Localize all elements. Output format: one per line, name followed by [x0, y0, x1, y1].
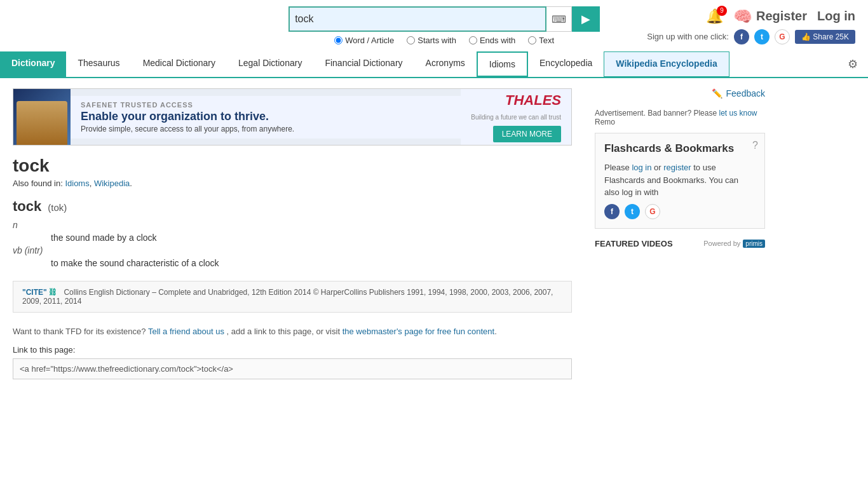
- let-us-know-link[interactable]: let us know: [719, 109, 757, 118]
- search-row: ⌨ ▶: [288, 6, 600, 32]
- flashcard-g-icon[interactable]: G: [645, 204, 660, 219]
- content-area: SAFENET TRUSTED ACCESS Enable your organ…: [0, 78, 585, 390]
- brain-icon: 🧠: [733, 8, 752, 25]
- ad-tagline: Building a future we can all trust: [471, 114, 561, 121]
- ad-body: SAFENET TRUSTED ACCESS Enable your organ…: [71, 96, 461, 139]
- ad-notice: Advertisement. Bad banner? Please let us…: [595, 109, 765, 126]
- flashcard-tw-icon[interactable]: t: [625, 204, 640, 219]
- twitter-icon[interactable]: t: [754, 29, 770, 44]
- radio-row: Word / Article Starts with Ends with Tex…: [334, 36, 554, 45]
- share-button[interactable]: 👍 Share 25K: [795, 30, 855, 44]
- radio-ends-with[interactable]: Ends with: [469, 36, 515, 45]
- citation-box: "CITE" ⛓ Collins English Dictionary – Co…: [13, 281, 572, 313]
- keyboard-button[interactable]: ⌨: [546, 6, 572, 32]
- learn-more-button[interactable]: LEARN MORE: [493, 126, 561, 142]
- featured-videos-label: FEATURED VIDEOS: [595, 239, 673, 248]
- tab-financial-dictionary[interactable]: Financial Dictionary: [313, 51, 414, 77]
- primis-logo: Powered by primis: [703, 240, 765, 248]
- flashcard-social-icons: f t G: [604, 204, 756, 219]
- word-phonetic-text: tock: [13, 198, 41, 215]
- auth-bottom: Sign up with one click: f t G 👍 Share 25…: [647, 29, 855, 44]
- tab-encyclopedia[interactable]: Encyclopedia: [528, 51, 604, 77]
- share-icon: 👍: [801, 32, 811, 41]
- link-to-page-label: Link to this page:: [13, 345, 572, 355]
- definition-block: tock (tok) n the sound made by a clock v…: [13, 198, 572, 268]
- word-phonetic: tock (tok): [13, 198, 572, 215]
- flashcard-fb-icon[interactable]: f: [604, 204, 620, 219]
- pos-verb: vb (intr): [13, 245, 572, 255]
- ad-banner[interactable]: SAFENET TRUSTED ACCESS Enable your organ…: [13, 88, 572, 146]
- word-pronunciation: (tok): [48, 202, 67, 213]
- bell-icon[interactable]: 🔔 9: [706, 8, 723, 25]
- link-input[interactable]: [13, 358, 572, 379]
- idioms-link[interactable]: Idioms: [65, 179, 89, 188]
- top-bar: ⌨ ▶ Word / Article Starts with Ends with…: [0, 0, 868, 51]
- settings-button[interactable]: ⚙: [837, 51, 868, 77]
- auth-top: 🔔 9 🧠 Register Log in: [706, 8, 855, 25]
- google-icon[interactable]: G: [775, 29, 790, 44]
- signup-text: Sign up with one click:: [647, 32, 729, 41]
- tell-friend-link[interactable]: Tell a friend about us: [148, 327, 224, 336]
- tab-acronyms[interactable]: Acronyms: [414, 51, 477, 77]
- also-found: Also found in: Idioms, Wikipedia.: [13, 179, 572, 188]
- nav-wrapper: Dictionary Thesaurus Medical Dictionary …: [0, 51, 868, 78]
- sidebar: ✏️ Feedback Advertisement. Bad banner? P…: [585, 78, 775, 390]
- main-content: SAFENET TRUSTED ACCESS Enable your organ…: [0, 78, 868, 390]
- ad-brand: SAFENET TRUSTED ACCESS: [81, 101, 451, 109]
- cite-chain-icon: ⛓: [49, 288, 57, 297]
- cite-link[interactable]: "CITE" ⛓: [22, 288, 58, 297]
- flashcard-text: Please log in or register to use Flashca…: [604, 161, 756, 199]
- def-verb-text: to make the sound characteristic of a cl…: [13, 258, 572, 268]
- radio-starts-with[interactable]: Starts with: [407, 36, 456, 45]
- facebook-icon[interactable]: f: [734, 29, 749, 44]
- search-input[interactable]: [288, 6, 546, 32]
- search-section: ⌨ ▶ Word / Article Starts with Ends with…: [127, 6, 647, 45]
- thales-logo: THALES: [505, 92, 561, 109]
- feedback-link[interactable]: ✏️ Feedback: [595, 88, 765, 98]
- auth-section: 🔔 9 🧠 Register Log in Sign up with one c…: [647, 8, 855, 44]
- tab-medical-dictionary[interactable]: Medical Dictionary: [132, 51, 227, 77]
- ad-right: THALES Building a future we can all trus…: [461, 88, 571, 146]
- flashcard-register-link[interactable]: register: [663, 163, 691, 172]
- word-title: tock: [13, 156, 572, 176]
- flashcard-box: ? Flashcards & Bookmarks Please log in o…: [595, 133, 765, 229]
- login-button[interactable]: Log in: [817, 9, 855, 24]
- tab-thesaurus[interactable]: Thesaurus: [66, 51, 131, 77]
- radio-text[interactable]: Text: [528, 36, 554, 45]
- tab-legal-dictionary[interactable]: Legal Dictionary: [227, 51, 313, 77]
- help-icon[interactable]: ?: [752, 140, 758, 151]
- primis-badge: primis: [743, 240, 765, 248]
- tab-dictionary[interactable]: Dictionary: [0, 51, 66, 77]
- register-button[interactable]: 🧠 Register: [733, 8, 807, 25]
- footer-text: Want to thank TFD for its existence? Tel…: [13, 325, 572, 339]
- wikipedia-link[interactable]: Wikipedia: [94, 179, 130, 188]
- ad-subtitle: Provide simple, secure access to all you…: [81, 125, 451, 133]
- flashcard-login-link[interactable]: log in: [632, 163, 651, 172]
- featured-videos-bar: FEATURED VIDEOS Powered by primis: [595, 239, 765, 248]
- pos-noun: n: [13, 220, 572, 230]
- gear-icon: ⚙: [848, 58, 858, 71]
- feedback-icon: ✏️: [712, 88, 722, 98]
- def-noun-text: the sound made by a clock: [13, 233, 572, 243]
- search-button[interactable]: ▶: [572, 6, 600, 32]
- flashcard-title: Flashcards & Bookmarks: [604, 142, 756, 155]
- ad-image: [13, 88, 71, 146]
- keyboard-icon: ⌨: [552, 14, 566, 25]
- radio-word-article[interactable]: Word / Article: [334, 36, 394, 45]
- bell-badge: 9: [717, 6, 727, 16]
- tab-wikipedia-encyclopedia[interactable]: Wikipedia Encyclopedia: [604, 51, 729, 77]
- tab-idioms[interactable]: Idioms: [477, 51, 528, 77]
- search-arrow-icon: ▶: [581, 12, 590, 26]
- ad-title: Enable your organization to thrive.: [81, 110, 451, 123]
- webmaster-link[interactable]: the webmaster's page for free fun conten…: [342, 327, 495, 336]
